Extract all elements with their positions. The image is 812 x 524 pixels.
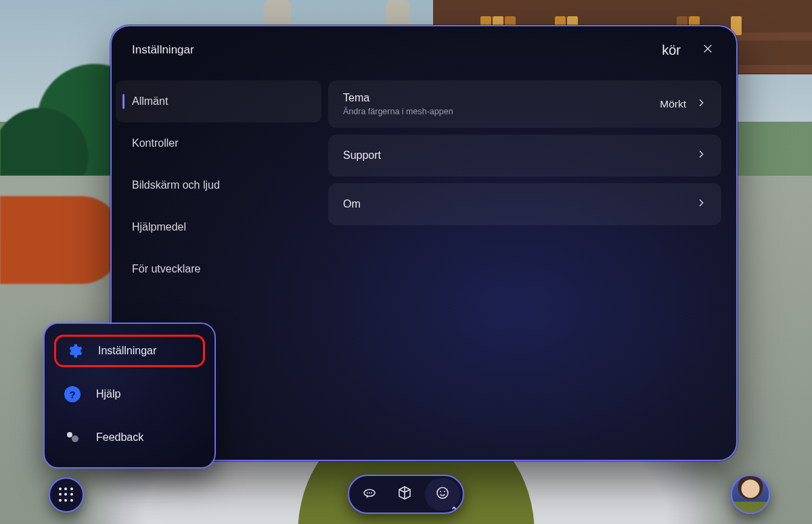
close-icon — [702, 43, 714, 57]
svg-point-4 — [371, 492, 372, 494]
app-launcher-button[interactable] — [49, 477, 84, 513]
chevron-right-icon — [696, 197, 706, 211]
settings-content: Tema Ändra färgerna i mesh-appen Mörkt S… — [328, 74, 721, 460]
cube-icon — [397, 485, 413, 504]
bottom-dock — [348, 475, 464, 514]
sidebar-item-controls[interactable]: Kontroller — [112, 122, 328, 164]
menu-item-label: Feedback — [96, 431, 143, 444]
svg-point-1 — [72, 435, 78, 442]
sidebar-item-accessibility[interactable]: Hjälpmedel — [112, 206, 328, 248]
feedback-icon — [64, 429, 81, 446]
menu-item-label: Inställningar — [98, 345, 156, 357]
row-subtitle: Ändra färgerna i mesh-appen — [343, 107, 660, 116]
emoji-icon — [434, 485, 451, 504]
chevron-right-icon — [696, 149, 706, 162]
svg-point-2 — [367, 492, 368, 494]
menu-item-label: Hjälp — [96, 388, 120, 400]
svg-point-0 — [67, 432, 72, 437]
sidebar-item-label: Bildskärm och ljud — [132, 179, 220, 191]
svg-point-7 — [444, 491, 445, 492]
row-title: Om — [343, 198, 696, 210]
row-title: Support — [343, 149, 696, 162]
menu-item-settings[interactable]: Inställningar — [54, 335, 205, 367]
chevron-up-icon — [451, 501, 457, 506]
sidebar-item-developer[interactable]: För utvecklare — [112, 248, 328, 290]
speech-icon — [361, 485, 378, 504]
window-title: Inställningar — [132, 43, 194, 57]
svg-point-5 — [437, 487, 448, 498]
avatar-button[interactable] — [731, 475, 770, 514]
row-theme[interactable]: Tema Ändra färgerna i mesh-appen Mörkt — [328, 80, 721, 128]
sidebar-item-label: För utvecklare — [132, 263, 200, 275]
close-button[interactable] — [700, 42, 716, 58]
grid-icon — [59, 487, 74, 502]
gear-icon — [66, 342, 83, 360]
sidebar-item-display-audio[interactable]: Bildskärm och ljud — [112, 164, 328, 206]
sidebar-item-label: Hjälpmedel — [132, 221, 186, 233]
menu-item-feedback[interactable]: Feedback — [54, 421, 205, 454]
row-support[interactable]: Support — [328, 135, 721, 176]
app-menu-popup: Inställningar ? Hjälp Feedback — [43, 323, 216, 469]
dock-button-emoji[interactable] — [425, 478, 460, 510]
row-title: Tema — [343, 92, 660, 104]
run-button[interactable]: kör — [662, 43, 681, 58]
sidebar-item-label: Kontroller — [132, 137, 178, 149]
dock-button-bubble[interactable] — [352, 478, 387, 510]
row-value: Mörkt — [660, 98, 686, 110]
row-about[interactable]: Om — [328, 183, 721, 225]
menu-item-help[interactable]: ? Hjälp — [54, 378, 205, 410]
chevron-right-icon — [696, 97, 706, 111]
sidebar-item-label: Allmänt — [132, 95, 168, 108]
svg-point-3 — [369, 492, 370, 494]
sidebar-item-general[interactable]: Allmänt — [116, 80, 321, 122]
svg-point-6 — [440, 491, 441, 492]
dock-button-cube[interactable] — [387, 478, 422, 510]
help-icon: ? — [64, 385, 81, 403]
